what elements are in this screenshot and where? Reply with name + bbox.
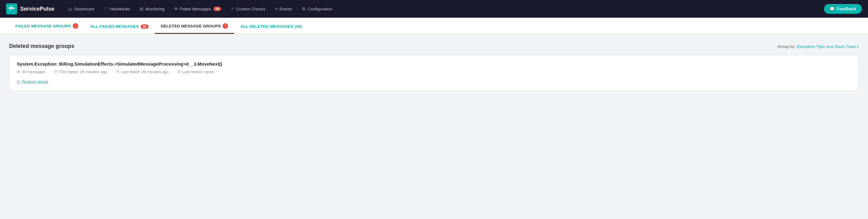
group-by-label: Group by: [777, 44, 796, 49]
navbar: ServicePulse 🗂 Dashboard ♡ Heartbeats ⊞ … [0, 0, 868, 18]
tab-failed-groups-label: FAILED MESSAGE GROUPS [15, 24, 71, 28]
nav-item-failed-messages[interactable]: ✉ Failed Messages 38 [170, 4, 225, 14]
meta-last-failed: ⏱ Last failed: 26 minutes ago [116, 70, 168, 74]
tab-all-deleted-label: ALL DELETED MESSAGES (30) [240, 24, 302, 29]
tab-failed-message-groups[interactable]: FAILED MESSAGE GROUPS ! [9, 18, 84, 34]
feedback-button[interactable]: 💬 Feedback [824, 4, 862, 14]
nav-item-configuration[interactable]: ⚙ Configuration [298, 4, 336, 14]
nav-label-dashboard: Dashboard [74, 7, 94, 11]
events-icon: ≡ [275, 6, 278, 11]
group-by-control: Group by: Exception Type and Stack Trace [777, 44, 859, 49]
tabs-bar: FAILED MESSAGE GROUPS ! ALL FAILED MESSA… [0, 18, 868, 34]
message-meta: ✉ 30 messages ⏱ First failed: 26 minutes… [17, 70, 851, 74]
feedback-label: Feedback [837, 6, 857, 11]
nav-label-custom-checks: Custom Checks [236, 7, 266, 11]
tab-all-deleted-messages[interactable]: ALL DELETED MESSAGES (30) [234, 19, 308, 34]
configuration-icon: ⚙ [302, 6, 306, 11]
brand-name: ServicePulse [20, 6, 55, 12]
brand-icon [8, 5, 15, 12]
nav-label-configuration: Configuration [308, 7, 332, 11]
message-card-title: System.Exception: Billing.SimulationEffe… [17, 61, 851, 67]
envelope-icon: ✉ [17, 70, 20, 74]
meta-last-retried: ↺ Last retried: never [177, 70, 214, 74]
failed-messages-badge: 38 [213, 7, 221, 11]
dashboard-icon: 🗂 [68, 6, 72, 11]
brand-logo-link[interactable]: ServicePulse [6, 3, 55, 14]
restore-icon: ↩ [17, 79, 21, 84]
feedback-chat-icon: 💬 [830, 6, 835, 11]
nav-label-monitoring: Monitoring [145, 7, 164, 11]
nav-item-heartbeats[interactable]: ♡ Heartbeats [100, 4, 134, 14]
message-card: System.Exception: Billing.SimulationEffe… [9, 55, 859, 91]
group-by-dropdown[interactable]: Exception Type and Stack Trace [797, 44, 859, 49]
retry-icon: ↺ [177, 70, 181, 74]
meta-first-failed-text: First failed: 26 minutes ago [59, 70, 107, 74]
tab-all-failed-label: ALL FAILED MESSAGES [91, 24, 139, 29]
main-content: Deleted message groups Group by: Excepti… [0, 34, 868, 100]
nav-item-monitoring[interactable]: ⊞ Monitoring [135, 4, 169, 14]
nav-item-events[interactable]: ≡ Events [271, 4, 296, 14]
section-header: Deleted message groups Group by: Excepti… [9, 43, 859, 49]
nav-label-events: Events [279, 7, 292, 11]
tab-all-failed-badge: 38 [141, 25, 149, 29]
nav-items: 🗂 Dashboard ♡ Heartbeats ⊞ Monitoring ✉ … [64, 4, 821, 14]
monitoring-icon: ⊞ [140, 6, 144, 11]
nav-item-dashboard[interactable]: 🗂 Dashboard [64, 4, 98, 14]
heartbeats-icon: ♡ [104, 6, 108, 11]
brand-logo [6, 3, 17, 14]
tab-deleted-groups-badge: ! [223, 23, 228, 29]
tab-all-failed-messages[interactable]: ALL FAILED MESSAGES 38 [84, 19, 155, 34]
custom-checks-icon: ✓ [231, 6, 235, 11]
meta-messages-count: ✉ 30 messages [17, 70, 45, 74]
meta-messages-text: 30 messages [22, 70, 45, 74]
restore-group-button[interactable]: ↩ Restore group [17, 79, 48, 84]
nav-label-heartbeats: Heartbeats [110, 7, 130, 11]
section-title: Deleted message groups [9, 43, 74, 49]
tab-deleted-groups-label: DELETED MESSAGE GROUPS [161, 24, 221, 28]
nav-item-custom-checks[interactable]: ✓ Custom Checks [226, 4, 270, 14]
meta-last-retried-text: Last retried: never [182, 70, 214, 74]
restore-label: Restore group [22, 79, 48, 84]
meta-first-failed: ⏱ First failed: 26 minutes ago [54, 70, 107, 74]
tab-failed-groups-badge: ! [73, 23, 78, 29]
nav-label-failed-messages: Failed Messages [180, 7, 211, 11]
tab-deleted-message-groups[interactable]: DELETED MESSAGE GROUPS ! [155, 18, 235, 34]
clock-icon-2: ⏱ [116, 70, 120, 74]
meta-last-failed-text: Last failed: 26 minutes ago [121, 70, 168, 74]
failed-messages-icon: ✉ [174, 6, 178, 11]
clock-icon-1: ⏱ [54, 70, 58, 74]
